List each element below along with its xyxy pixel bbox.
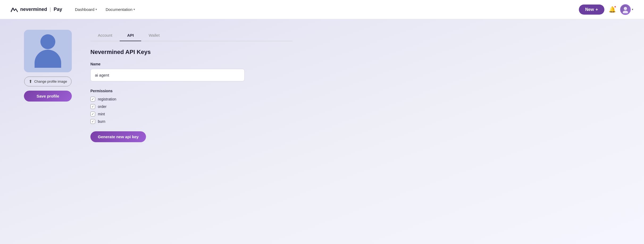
section-title: Nevermined API Keys: [90, 49, 292, 56]
permission-order: ✓ order: [90, 104, 292, 109]
name-field-group: Name: [90, 62, 292, 89]
avatar-icon: [622, 6, 629, 13]
logo-icon: [11, 7, 18, 12]
notification-dot: [614, 6, 616, 8]
avatar-chevron-icon: ▾: [632, 8, 633, 11]
checkmark-burn: ✓: [91, 120, 94, 123]
permissions-list: ✓ registration ✓ order ✓ mi: [90, 97, 292, 124]
api-key-name-input[interactable]: [90, 69, 245, 81]
nav-dashboard[interactable]: Dashboard ▾: [72, 5, 100, 14]
api-keys-section: Nevermined API Keys Name Permissions ✓ r…: [90, 49, 292, 142]
profile-avatar: [24, 30, 72, 72]
svg-point-1: [623, 11, 628, 13]
permission-mint: ✓ mint: [90, 112, 292, 116]
permissions-label: Permissions: [90, 89, 292, 93]
main-nav: Dashboard ▾ Documentation ▾: [72, 5, 138, 14]
header: nevermined | Pay Dashboard ▾ Documentati…: [0, 0, 644, 19]
save-profile-button[interactable]: Save profile: [24, 91, 72, 102]
svg-point-0: [624, 7, 627, 10]
avatar-body: [35, 50, 61, 68]
logo-text: nevermined: [20, 7, 47, 12]
name-field-label: Name: [90, 62, 292, 66]
change-image-label: Change profile image: [34, 79, 67, 83]
content-area: Account API Wallet Nevermined API Keys N…: [90, 30, 292, 233]
notifications-bell[interactable]: 🔔: [609, 6, 616, 13]
header-left: nevermined | Pay Dashboard ▾ Documentati…: [11, 5, 138, 14]
avatar-head: [40, 34, 55, 49]
checkmark-order: ✓: [91, 105, 94, 108]
change-profile-image-button[interactable]: ⬆ Change profile image: [24, 77, 72, 86]
generate-api-key-button[interactable]: Generate new api key: [90, 131, 146, 142]
avatar[interactable]: [620, 4, 631, 15]
dashboard-chevron-icon: ▾: [95, 8, 97, 11]
profile-sidebar: ⬆ Change profile image Save profile: [21, 30, 74, 233]
permissions-group: Permissions ✓ registration ✓ order: [90, 89, 292, 124]
tab-account[interactable]: Account: [90, 30, 120, 41]
logo-product: Pay: [54, 7, 62, 12]
main-content: ⬆ Change profile image Save profile Acco…: [0, 19, 644, 244]
permission-registration: ✓ registration: [90, 97, 292, 102]
upload-icon: ⬆: [29, 79, 32, 84]
checkbox-mint[interactable]: ✓: [90, 112, 95, 116]
checkmark-registration: ✓: [91, 97, 94, 101]
logo-divider: |: [50, 7, 51, 12]
tab-wallet[interactable]: Wallet: [141, 30, 167, 41]
new-button-label: New: [585, 7, 594, 12]
permission-order-label: order: [98, 104, 107, 109]
documentation-chevron-icon: ▾: [133, 8, 135, 11]
checkmark-mint: ✓: [91, 112, 94, 116]
permission-burn-label: burn: [98, 119, 105, 124]
permission-mint-label: mint: [98, 112, 105, 116]
nav-documentation[interactable]: Documentation ▾: [102, 5, 138, 14]
tabs: Account API Wallet: [90, 30, 292, 41]
permission-burn: ✓ burn: [90, 119, 292, 124]
checkbox-burn[interactable]: ✓: [90, 119, 95, 124]
checkbox-order[interactable]: ✓: [90, 104, 95, 109]
user-avatar-wrapper[interactable]: ▾: [620, 4, 633, 15]
logo[interactable]: nevermined | Pay: [11, 7, 62, 12]
new-button-plus-icon: +: [596, 7, 598, 12]
profile-figure: [35, 34, 61, 68]
header-right: New + 🔔 ▾: [579, 4, 633, 15]
checkbox-registration[interactable]: ✓: [90, 97, 95, 102]
tab-api[interactable]: API: [120, 30, 141, 41]
generate-btn-label: Generate new api key: [98, 134, 139, 139]
new-button[interactable]: New +: [579, 5, 604, 15]
permission-registration-label: registration: [98, 97, 116, 101]
save-profile-label: Save profile: [36, 94, 59, 98]
